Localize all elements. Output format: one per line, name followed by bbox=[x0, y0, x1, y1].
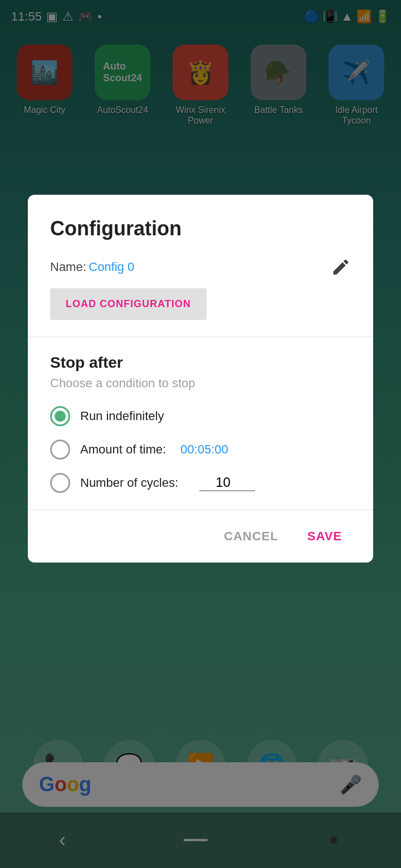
name-field: Name: Config 0 bbox=[50, 260, 134, 274]
radio-circle-amount-of-time bbox=[50, 440, 70, 460]
radio-label-amount-of-time: Amount of time: bbox=[80, 442, 166, 457]
stop-after-title: Stop after bbox=[50, 354, 351, 372]
configuration-dialog: Configuration Name: Config 0 LOAD CONFIG… bbox=[28, 195, 373, 563]
radio-circle-run-indefinitely bbox=[50, 406, 70, 426]
radio-amount-of-time[interactable]: Amount of time: 00:05:00 bbox=[50, 440, 351, 460]
radio-group: Run indefinitely Amount of time: 00:05:0… bbox=[50, 406, 351, 493]
dialog-actions: CANCEL SAVE bbox=[28, 510, 373, 563]
radio-circle-number-of-cycles bbox=[50, 473, 70, 493]
stop-after-subtitle: Choose a condition to stop bbox=[50, 376, 351, 391]
radio-value-amount-of-time: 00:05:00 bbox=[180, 442, 228, 457]
load-configuration-button[interactable]: LOAD CONFIGURATION bbox=[50, 288, 207, 320]
cancel-button[interactable]: CANCEL bbox=[215, 524, 287, 549]
edit-icon[interactable] bbox=[331, 257, 351, 277]
radio-run-indefinitely[interactable]: Run indefinitely bbox=[50, 406, 351, 426]
radio-number-of-cycles[interactable]: Number of cycles: bbox=[50, 473, 351, 493]
save-button[interactable]: SAVE bbox=[299, 524, 351, 549]
dialog-title: Configuration bbox=[50, 217, 351, 240]
radio-label-run-indefinitely: Run indefinitely bbox=[80, 409, 164, 423]
radio-label-number-of-cycles: Number of cycles: bbox=[80, 476, 178, 490]
cycles-input[interactable] bbox=[199, 475, 255, 491]
name-label: Name: bbox=[50, 260, 86, 274]
radio-inner-run-indefinitely bbox=[55, 411, 66, 422]
name-value: Config 0 bbox=[89, 260, 134, 274]
dialog-content: Configuration Name: Config 0 LOAD CONFIG… bbox=[28, 195, 373, 493]
divider-top bbox=[28, 337, 373, 337]
name-row: Name: Config 0 bbox=[50, 257, 351, 277]
